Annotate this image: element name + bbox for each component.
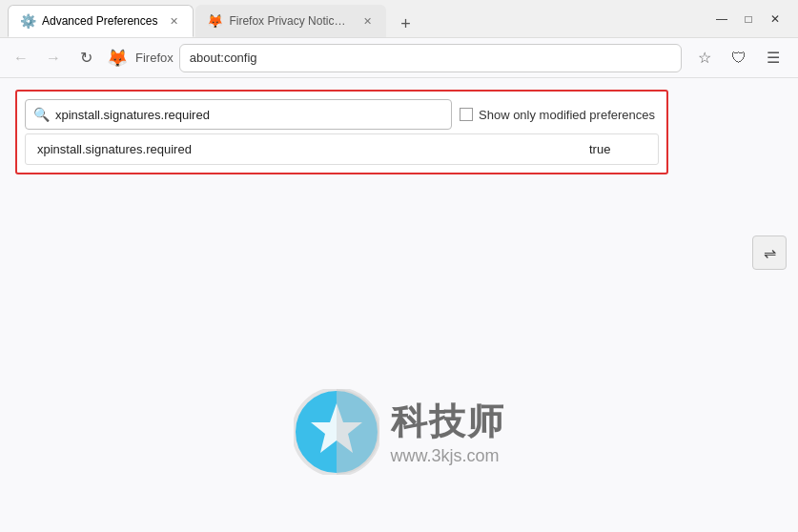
- config-search-input[interactable]: [55, 108, 443, 122]
- browser-name: Firefox: [135, 51, 174, 65]
- tab-icon-firefox-privacy: 🦊: [207, 13, 223, 29]
- refresh-button[interactable]: ↻: [72, 45, 99, 72]
- tab-label-firefox-privacy: Firefox Privacy Notice — Mo…: [229, 14, 351, 28]
- search-row: 🔍 Show only modified preferences: [25, 99, 659, 130]
- tab-icon-advanced-prefs: ⚙️: [20, 13, 36, 29]
- menu-icon[interactable]: ☰: [760, 45, 787, 72]
- tab-close-firefox-privacy[interactable]: ✕: [360, 13, 375, 30]
- address-bar-wrapper[interactable]: [179, 44, 682, 72]
- tab-firefox-privacy[interactable]: 🦊 Firefox Privacy Notice — Mo… ✕: [195, 5, 386, 37]
- logo-svg: [294, 389, 379, 475]
- tab-close-advanced-prefs[interactable]: ✕: [167, 13, 181, 30]
- close-button[interactable]: ✕: [767, 12, 783, 26]
- tab-advanced-prefs[interactable]: ⚙️ Advanced Preferences ✕: [8, 5, 194, 37]
- tabs-area: ⚙️ Advanced Preferences ✕ 🦊 Firefox Priv…: [8, 0, 706, 37]
- search-box: 🔍: [25, 99, 452, 130]
- bookmark-icon[interactable]: ☆: [691, 45, 718, 72]
- shield-icon[interactable]: 🛡: [726, 45, 752, 72]
- navbar: ← → ↻ 🦊 Firefox ☆ 🛡 ☰: [0, 38, 798, 78]
- maximize-button[interactable]: □: [741, 12, 756, 26]
- titlebar: ⚙️ Advanced Preferences ✕ 🦊 Firefox Priv…: [0, 0, 798, 38]
- tab-label-advanced-prefs: Advanced Preferences: [42, 14, 157, 28]
- search-icon: 🔍: [33, 107, 50, 122]
- watermark-url: www.3kjs.com: [391, 446, 505, 466]
- watermark-text: 科技师 www.3kjs.com: [391, 398, 505, 466]
- new-tab-button[interactable]: +: [392, 10, 419, 37]
- window-controls: — □ ✕: [706, 12, 790, 26]
- watermark-title: 科技师: [391, 398, 505, 446]
- nav-right-icons: ☆ 🛡 ☰: [687, 45, 790, 72]
- firefox-icon: 🦊: [107, 48, 128, 69]
- forward-button[interactable]: →: [40, 45, 67, 72]
- watermark: 科技师 www.3kjs.com: [294, 389, 505, 475]
- minimize-button[interactable]: —: [714, 12, 729, 26]
- config-result-row[interactable]: xpinstall.signatures.required true: [25, 133, 659, 165]
- show-modified-row: Show only modified preferences: [460, 108, 659, 122]
- config-result-value: true: [589, 142, 646, 156]
- toggle-button[interactable]: ⇌: [752, 235, 787, 270]
- config-container: 🔍 Show only modified preferences xpinsta…: [15, 90, 668, 174]
- config-result-name: xpinstall.signatures.required: [37, 142, 582, 156]
- back-button[interactable]: ←: [8, 45, 34, 72]
- show-modified-checkbox[interactable]: [460, 108, 473, 121]
- show-modified-label: Show only modified preferences: [479, 108, 655, 122]
- address-bar-input[interactable]: [190, 51, 671, 65]
- main-content: 🔍 Show only modified preferences xpinsta…: [0, 78, 798, 186]
